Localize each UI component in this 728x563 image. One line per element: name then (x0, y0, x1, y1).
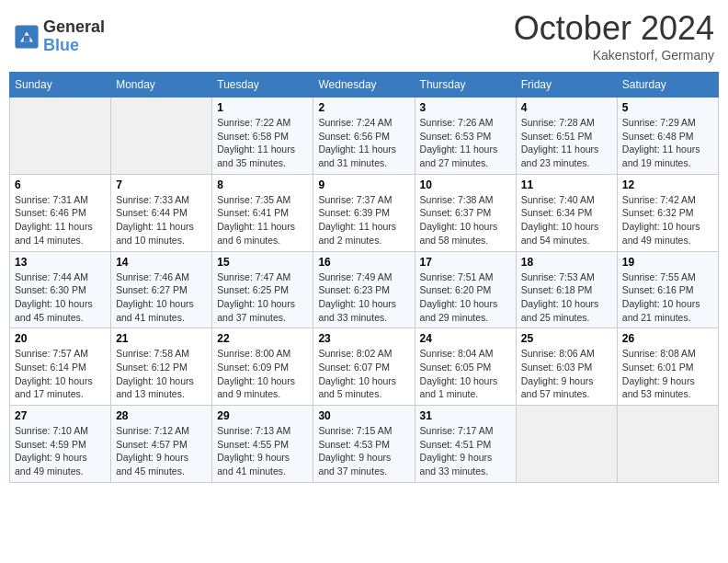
day-header-monday: Monday (111, 73, 212, 98)
calendar-cell: 24Sunrise: 8:04 AM Sunset: 6:05 PM Dayli… (415, 328, 516, 406)
cell-content: Sunrise: 7:57 AM Sunset: 6:14 PM Dayligh… (15, 347, 106, 401)
cell-content: Sunrise: 7:49 AM Sunset: 6:23 PM Dayligh… (318, 270, 409, 325)
cell-content: Sunrise: 8:06 AM Sunset: 6:03 PM Dayligh… (521, 347, 612, 401)
cell-content: Sunrise: 7:58 AM Sunset: 6:12 PM Dayligh… (116, 347, 207, 401)
cell-content: Sunrise: 7:28 AM Sunset: 6:51 PM Dayligh… (521, 116, 612, 170)
day-number: 15 (217, 256, 308, 269)
cell-content: Sunrise: 7:51 AM Sunset: 6:20 PM Dayligh… (420, 270, 511, 325)
calendar-cell: 25Sunrise: 8:06 AM Sunset: 6:03 PM Dayli… (516, 328, 617, 406)
day-number: 17 (420, 256, 511, 269)
logo: General Blue (14, 18, 105, 55)
cell-content: Sunrise: 7:42 AM Sunset: 6:32 PM Dayligh… (622, 193, 713, 247)
day-header-friday: Friday (516, 73, 617, 98)
day-number: 21 (116, 332, 207, 345)
cell-content: Sunrise: 7:31 AM Sunset: 6:46 PM Dayligh… (15, 193, 106, 247)
day-number: 26 (622, 332, 713, 345)
calendar-week-2: 6Sunrise: 7:31 AM Sunset: 6:46 PM Daylig… (10, 174, 719, 251)
day-number: 19 (622, 256, 713, 269)
calendar-cell: 15Sunrise: 7:47 AM Sunset: 6:25 PM Dayli… (212, 251, 313, 328)
calendar-cell: 30Sunrise: 7:15 AM Sunset: 4:53 PM Dayli… (313, 406, 415, 483)
day-number: 24 (420, 332, 511, 345)
cell-content: Sunrise: 8:08 AM Sunset: 6:01 PM Dayligh… (622, 347, 713, 401)
day-number: 28 (116, 409, 207, 422)
day-header-thursday: Thursday (415, 73, 516, 98)
location: Kakenstorf, Germany (514, 48, 714, 63)
day-number: 31 (420, 409, 511, 422)
day-number: 10 (420, 178, 511, 191)
cell-content: Sunrise: 7:12 AM Sunset: 4:57 PM Dayligh… (116, 424, 207, 478)
cell-content: Sunrise: 7:10 AM Sunset: 4:59 PM Dayligh… (15, 424, 106, 478)
day-number: 3 (420, 101, 511, 114)
cell-content: Sunrise: 7:29 AM Sunset: 6:48 PM Dayligh… (622, 116, 713, 170)
logo-icon (14, 24, 40, 50)
calendar-cell: 31Sunrise: 7:17 AM Sunset: 4:51 PM Dayli… (415, 406, 516, 483)
cell-content: Sunrise: 7:44 AM Sunset: 6:30 PM Dayligh… (15, 270, 106, 325)
svg-rect-2 (24, 35, 30, 41)
day-number: 1 (217, 101, 308, 114)
day-number: 11 (521, 178, 612, 191)
logo-blue: Blue (43, 37, 105, 55)
calendar-cell: 18Sunrise: 7:53 AM Sunset: 6:18 PM Dayli… (516, 251, 617, 328)
calendar-cell (617, 406, 718, 483)
day-number: 16 (318, 256, 409, 269)
calendar-week-5: 27Sunrise: 7:10 AM Sunset: 4:59 PM Dayli… (10, 406, 719, 483)
day-number: 23 (318, 332, 409, 345)
calendar-week-1: 1Sunrise: 7:22 AM Sunset: 6:58 PM Daylig… (10, 98, 719, 175)
calendar-cell: 8Sunrise: 7:35 AM Sunset: 6:41 PM Daylig… (212, 174, 313, 251)
cell-content: Sunrise: 8:02 AM Sunset: 6:07 PM Dayligh… (318, 347, 409, 401)
day-number: 5 (622, 101, 713, 114)
calendar-cell: 14Sunrise: 7:46 AM Sunset: 6:27 PM Dayli… (111, 251, 212, 328)
day-number: 30 (318, 409, 409, 422)
calendar-cell: 9Sunrise: 7:37 AM Sunset: 6:39 PM Daylig… (313, 174, 415, 251)
calendar-cell: 2Sunrise: 7:24 AM Sunset: 6:56 PM Daylig… (313, 98, 415, 175)
calendar-cell: 12Sunrise: 7:42 AM Sunset: 6:32 PM Dayli… (617, 174, 718, 251)
calendar-header-row: SundayMondayTuesdayWednesdayThursdayFrid… (10, 73, 719, 98)
calendar-cell: 29Sunrise: 7:13 AM Sunset: 4:55 PM Dayli… (212, 406, 313, 483)
cell-content: Sunrise: 7:47 AM Sunset: 6:25 PM Dayligh… (217, 270, 308, 325)
cell-content: Sunrise: 7:37 AM Sunset: 6:39 PM Dayligh… (318, 193, 409, 247)
cell-content: Sunrise: 7:26 AM Sunset: 6:53 PM Dayligh… (420, 116, 511, 170)
calendar-cell: 28Sunrise: 7:12 AM Sunset: 4:57 PM Dayli… (111, 406, 212, 483)
day-number: 8 (217, 178, 308, 191)
month-title: October 2024 (514, 9, 714, 48)
calendar-cell: 26Sunrise: 8:08 AM Sunset: 6:01 PM Dayli… (617, 328, 718, 406)
day-header-saturday: Saturday (617, 73, 718, 98)
day-number: 7 (116, 178, 207, 191)
day-number: 27 (15, 409, 106, 422)
day-number: 20 (15, 332, 106, 345)
day-number: 9 (318, 178, 409, 191)
day-header-tuesday: Tuesday (212, 73, 313, 98)
day-number: 18 (521, 256, 612, 269)
calendar-cell: 3Sunrise: 7:26 AM Sunset: 6:53 PM Daylig… (415, 98, 516, 175)
calendar-cell: 19Sunrise: 7:55 AM Sunset: 6:16 PM Dayli… (617, 251, 718, 328)
cell-content: Sunrise: 7:24 AM Sunset: 6:56 PM Dayligh… (318, 116, 409, 170)
cell-content: Sunrise: 7:33 AM Sunset: 6:44 PM Dayligh… (116, 193, 207, 247)
page-header: General Blue October 2024 Kakenstorf, Ge… (9, 9, 719, 63)
calendar-cell (10, 98, 111, 175)
calendar-cell: 16Sunrise: 7:49 AM Sunset: 6:23 PM Dayli… (313, 251, 415, 328)
day-number: 12 (622, 178, 713, 191)
cell-content: Sunrise: 7:40 AM Sunset: 6:34 PM Dayligh… (521, 193, 612, 247)
day-number: 6 (15, 178, 106, 191)
calendar-week-3: 13Sunrise: 7:44 AM Sunset: 6:30 PM Dayli… (10, 251, 719, 328)
calendar-table: SundayMondayTuesdayWednesdayThursdayFrid… (9, 72, 719, 483)
day-header-wednesday: Wednesday (313, 73, 415, 98)
cell-content: Sunrise: 7:22 AM Sunset: 6:58 PM Dayligh… (217, 116, 308, 170)
cell-content: Sunrise: 7:46 AM Sunset: 6:27 PM Dayligh… (116, 270, 207, 325)
day-number: 14 (116, 256, 207, 269)
calendar-cell: 1Sunrise: 7:22 AM Sunset: 6:58 PM Daylig… (212, 98, 313, 175)
calendar-cell: 5Sunrise: 7:29 AM Sunset: 6:48 PM Daylig… (617, 98, 718, 175)
calendar-cell (516, 406, 617, 483)
day-number: 29 (217, 409, 308, 422)
calendar-body: 1Sunrise: 7:22 AM Sunset: 6:58 PM Daylig… (10, 98, 719, 483)
calendar-cell: 6Sunrise: 7:31 AM Sunset: 6:46 PM Daylig… (10, 174, 111, 251)
cell-content: Sunrise: 8:00 AM Sunset: 6:09 PM Dayligh… (217, 347, 308, 401)
cell-content: Sunrise: 7:53 AM Sunset: 6:18 PM Dayligh… (521, 270, 612, 325)
cell-content: Sunrise: 7:15 AM Sunset: 4:53 PM Dayligh… (318, 424, 409, 478)
cell-content: Sunrise: 7:55 AM Sunset: 6:16 PM Dayligh… (622, 270, 713, 325)
cell-content: Sunrise: 7:17 AM Sunset: 4:51 PM Dayligh… (420, 424, 511, 478)
calendar-cell: 21Sunrise: 7:58 AM Sunset: 6:12 PM Dayli… (111, 328, 212, 406)
day-header-sunday: Sunday (10, 73, 111, 98)
day-number: 4 (521, 101, 612, 114)
calendar-cell: 4Sunrise: 7:28 AM Sunset: 6:51 PM Daylig… (516, 98, 617, 175)
